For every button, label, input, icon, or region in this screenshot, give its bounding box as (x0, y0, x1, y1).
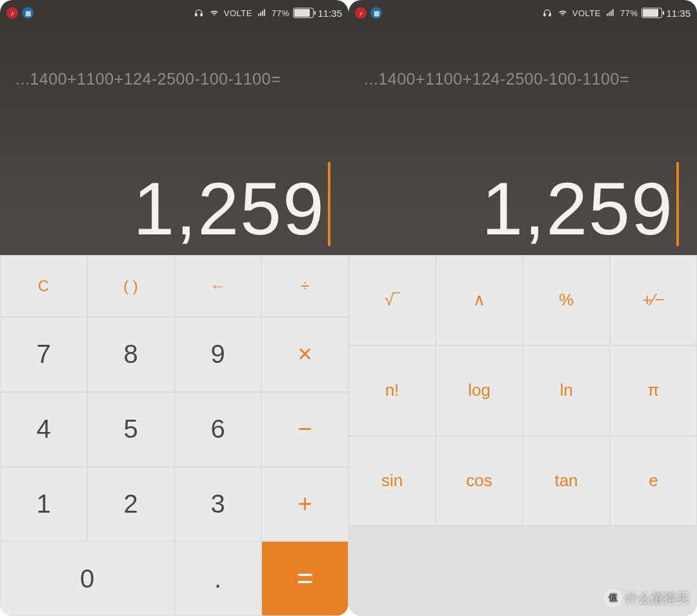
watermark-text: 什么值得买 (625, 590, 689, 607)
svg-rect-3 (260, 12, 261, 16)
digit-0[interactable]: 0 (0, 541, 174, 616)
result-text: 1,259 (133, 172, 325, 246)
digit-2[interactable]: 2 (87, 467, 174, 542)
backspace-button[interactable]: ← (174, 255, 261, 317)
wifi-icon (557, 8, 569, 17)
watermark: 值 什么值得买 (604, 589, 689, 607)
keypad-basic: C ( ) ← ÷ 7 8 9 × 4 5 6 − 1 2 3 + 0 . = (0, 255, 348, 616)
percent-button[interactable]: % (523, 255, 610, 345)
keypad-scientific: √‾ ∧ % +⁄− n! log ln π sin cos tan e (348, 255, 697, 616)
multiply-button[interactable]: × (261, 317, 348, 392)
svg-rect-6 (544, 14, 545, 16)
cos-button[interactable]: cos (436, 436, 523, 526)
display: ...1400+1100+124-2500-100-1100= 1,259 (0, 26, 348, 255)
sqrt-button[interactable]: √‾ (348, 255, 436, 345)
digit-3[interactable]: 3 (174, 467, 261, 542)
expression-text: ...1400+1100+124-2500-100-1100= (9, 70, 330, 88)
headphones-icon (541, 8, 553, 17)
decimal-button[interactable]: . (174, 541, 261, 616)
digit-5[interactable]: 5 (87, 392, 174, 467)
pi-button[interactable]: π (610, 345, 697, 436)
subtract-button[interactable]: − (261, 392, 348, 467)
svg-rect-2 (258, 14, 259, 16)
clock: 11:35 (666, 8, 691, 19)
battery-pct: 77% (620, 8, 638, 18)
digit-7[interactable]: 7 (0, 317, 87, 392)
battery-icon (641, 8, 662, 18)
factorial-button[interactable]: n! (348, 345, 436, 436)
result-text: 1,259 (481, 172, 674, 246)
svg-rect-0 (196, 14, 197, 16)
digit-6[interactable]: 6 (174, 392, 261, 467)
digit-4[interactable]: 4 (0, 392, 87, 467)
svg-rect-8 (607, 14, 608, 16)
display: ...1400+1100+124-2500-100-1100= 1,259 (348, 26, 697, 255)
tan-button[interactable]: tan (523, 436, 610, 526)
svg-rect-5 (264, 9, 265, 16)
digit-9[interactable]: 9 (174, 317, 261, 392)
clear-button[interactable]: C (0, 255, 87, 317)
plusminus-button[interactable]: +⁄− (610, 255, 697, 345)
e-button[interactable]: e (610, 436, 697, 526)
cursor (328, 162, 330, 246)
svg-rect-11 (612, 9, 614, 16)
volte-label: VOLTE (224, 8, 252, 18)
phone-right: ♪ ▦ VOLTE 77% 11:35 ...1400+1100+124-250… (348, 0, 697, 616)
music-icon: ♪ (6, 7, 18, 19)
volte-label: VOLTE (572, 8, 601, 18)
svg-rect-9 (609, 12, 610, 16)
wifi-icon (208, 8, 220, 17)
music-icon: ♪ (355, 7, 367, 19)
app-icon: ▦ (22, 7, 34, 19)
svg-rect-10 (611, 11, 612, 16)
phone-left: ♪ ▦ VOLTE 77% 11:35 ...1400+1100+124-250… (0, 0, 348, 616)
status-bar: ♪ ▦ VOLTE 77% 11:35 (348, 0, 697, 26)
app-icon: ▦ (370, 7, 382, 19)
divide-button[interactable]: ÷ (261, 255, 348, 317)
digit-8[interactable]: 8 (87, 317, 174, 392)
svg-rect-1 (201, 14, 202, 16)
ln-button[interactable]: ln (523, 345, 610, 436)
signal-icon (256, 8, 268, 17)
paren-button[interactable]: ( ) (87, 255, 174, 317)
clock: 11:35 (318, 8, 342, 19)
signal-icon (605, 8, 616, 17)
digit-1[interactable]: 1 (0, 467, 87, 542)
battery-pct: 77% (272, 8, 290, 18)
power-button[interactable]: ∧ (436, 255, 523, 345)
expression-text: ...1400+1100+124-2500-100-1100= (358, 70, 679, 88)
battery-icon (293, 8, 314, 18)
watermark-badge: 值 (604, 589, 622, 607)
svg-rect-4 (262, 11, 263, 16)
headphones-icon (193, 8, 205, 17)
status-bar: ♪ ▦ VOLTE 77% 11:35 (0, 0, 348, 26)
add-button[interactable]: + (261, 467, 348, 542)
sin-button[interactable]: sin (348, 436, 436, 526)
cursor (676, 162, 679, 246)
equals-button[interactable]: = (261, 541, 348, 616)
svg-rect-7 (549, 14, 551, 16)
log-button[interactable]: log (436, 345, 523, 436)
